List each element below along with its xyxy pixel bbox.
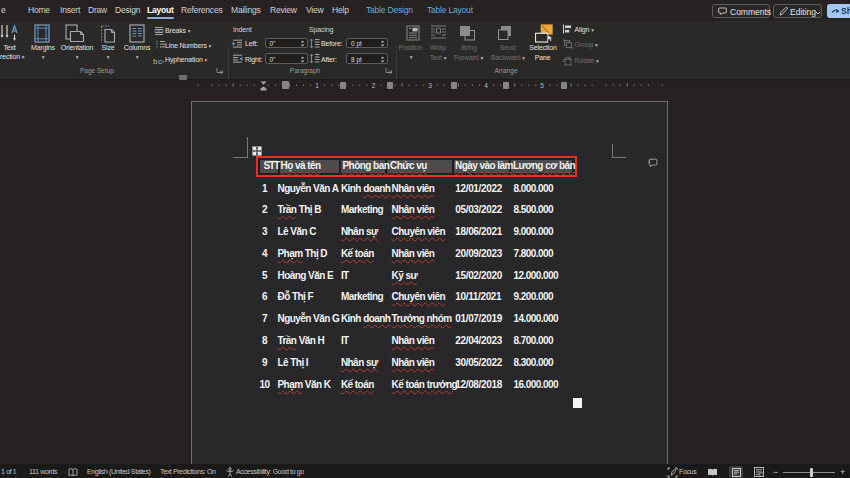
svg-text:c: c xyxy=(158,57,162,66)
